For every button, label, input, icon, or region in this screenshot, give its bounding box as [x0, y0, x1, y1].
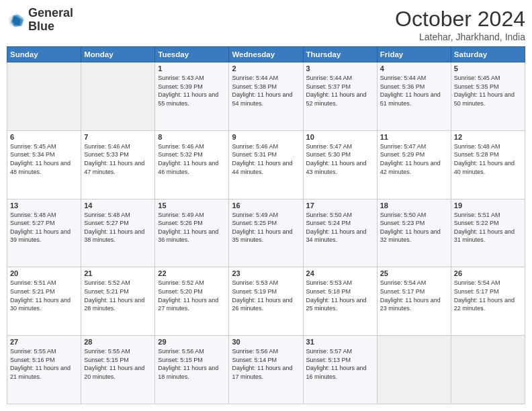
calendar-cell: 10Sunrise: 5:47 AM Sunset: 5:30 PM Dayli… [303, 130, 377, 199]
title-block: October 2024 Latehar, Jharkhand, India [395, 7, 525, 42]
day-number: 5 [454, 64, 522, 73]
calendar-cell: 19Sunrise: 5:51 AM Sunset: 5:22 PM Dayli… [451, 199, 525, 267]
calendar-cell: 23Sunrise: 5:53 AM Sunset: 5:19 PM Dayli… [229, 267, 303, 336]
day-number: 17 [306, 201, 374, 210]
day-number: 8 [158, 133, 226, 141]
calendar-cell: 25Sunrise: 5:54 AM Sunset: 5:17 PM Dayli… [377, 267, 451, 336]
calendar-cell: 13Sunrise: 5:48 AM Sunset: 5:27 PM Dayli… [7, 199, 81, 267]
calendar-week-row: 1Sunrise: 5:43 AM Sunset: 5:39 PM Daylig… [7, 62, 525, 131]
subtitle: Latehar, Jharkhand, India [395, 32, 525, 42]
day-detail: Sunrise: 5:57 AM Sunset: 5:13 PM Dayligh… [306, 347, 374, 381]
day-detail: Sunrise: 5:53 AM Sunset: 5:19 PM Dayligh… [232, 279, 300, 312]
day-detail: Sunrise: 5:46 AM Sunset: 5:31 PM Dayligh… [232, 142, 300, 176]
calendar-cell: 28Sunrise: 5:55 AM Sunset: 5:15 PM Dayli… [81, 336, 155, 404]
day-number: 25 [380, 269, 448, 277]
day-detail: Sunrise: 5:47 AM Sunset: 5:29 PM Dayligh… [380, 142, 448, 176]
day-detail: Sunrise: 5:52 AM Sunset: 5:21 PM Dayligh… [84, 279, 152, 312]
calendar-cell: 21Sunrise: 5:52 AM Sunset: 5:21 PM Dayli… [81, 267, 155, 336]
day-number: 18 [380, 201, 448, 210]
day-detail: Sunrise: 5:49 AM Sunset: 5:25 PM Dayligh… [232, 211, 300, 244]
calendar-cell: 26Sunrise: 5:54 AM Sunset: 5:17 PM Dayli… [451, 267, 525, 336]
calendar-week-row: 6Sunrise: 5:45 AM Sunset: 5:34 PM Daylig… [7, 130, 525, 199]
day-number: 9 [232, 133, 300, 141]
day-number: 7 [84, 133, 152, 141]
calendar-cell [7, 62, 81, 131]
day-detail: Sunrise: 5:51 AM Sunset: 5:21 PM Dayligh… [10, 279, 78, 312]
calendar-cell: 2Sunrise: 5:44 AM Sunset: 5:38 PM Daylig… [229, 62, 303, 131]
day-detail: Sunrise: 5:50 AM Sunset: 5:24 PM Dayligh… [306, 211, 374, 244]
day-detail: Sunrise: 5:56 AM Sunset: 5:15 PM Dayligh… [158, 347, 226, 381]
day-detail: Sunrise: 5:45 AM Sunset: 5:35 PM Dayligh… [454, 74, 522, 107]
calendar-cell: 17Sunrise: 5:50 AM Sunset: 5:24 PM Dayli… [303, 199, 377, 267]
calendar-cell: 24Sunrise: 5:53 AM Sunset: 5:18 PM Dayli… [303, 267, 377, 336]
calendar-cell: 31Sunrise: 5:57 AM Sunset: 5:13 PM Dayli… [303, 336, 377, 404]
logo-icon [7, 11, 26, 30]
day-number: 3 [306, 64, 374, 73]
day-detail: Sunrise: 5:49 AM Sunset: 5:26 PM Dayligh… [158, 211, 226, 244]
calendar-cell [451, 336, 525, 404]
logo-line2: Blue [28, 20, 73, 34]
day-detail: Sunrise: 5:45 AM Sunset: 5:34 PM Dayligh… [10, 142, 78, 176]
calendar-cell: 20Sunrise: 5:51 AM Sunset: 5:21 PM Dayli… [7, 267, 81, 336]
calendar-cell: 14Sunrise: 5:48 AM Sunset: 5:27 PM Dayli… [81, 199, 155, 267]
day-number: 16 [232, 201, 300, 210]
day-number: 12 [454, 133, 522, 141]
day-detail: Sunrise: 5:46 AM Sunset: 5:33 PM Dayligh… [84, 142, 152, 176]
day-number: 1 [158, 64, 226, 73]
calendar-week-row: 27Sunrise: 5:55 AM Sunset: 5:16 PM Dayli… [7, 336, 525, 404]
calendar-header-row: SundayMondayTuesdayWednesdayThursdayFrid… [7, 47, 525, 62]
calendar: SundayMondayTuesdayWednesdayThursdayFrid… [7, 46, 525, 404]
day-detail: Sunrise: 5:51 AM Sunset: 5:22 PM Dayligh… [454, 211, 522, 244]
calendar-cell: 4Sunrise: 5:44 AM Sunset: 5:36 PM Daylig… [377, 62, 451, 131]
calendar-cell: 15Sunrise: 5:49 AM Sunset: 5:26 PM Dayli… [155, 199, 229, 267]
day-of-week-header: Saturday [451, 47, 525, 62]
calendar-cell: 18Sunrise: 5:50 AM Sunset: 5:23 PM Dayli… [377, 199, 451, 267]
day-detail: Sunrise: 5:48 AM Sunset: 5:28 PM Dayligh… [454, 142, 522, 176]
day-of-week-header: Sunday [7, 47, 81, 62]
day-detail: Sunrise: 5:44 AM Sunset: 5:38 PM Dayligh… [232, 74, 300, 107]
day-detail: Sunrise: 5:43 AM Sunset: 5:39 PM Dayligh… [158, 74, 226, 107]
calendar-cell: 30Sunrise: 5:56 AM Sunset: 5:14 PM Dayli… [229, 336, 303, 404]
day-number: 13 [10, 201, 78, 210]
calendar-cell: 3Sunrise: 5:44 AM Sunset: 5:37 PM Daylig… [303, 62, 377, 131]
calendar-cell [81, 62, 155, 131]
day-detail: Sunrise: 5:55 AM Sunset: 5:16 PM Dayligh… [10, 347, 78, 381]
calendar-cell: 6Sunrise: 5:45 AM Sunset: 5:34 PM Daylig… [7, 130, 81, 199]
day-of-week-header: Thursday [303, 47, 377, 62]
day-number: 22 [158, 269, 226, 277]
day-detail: Sunrise: 5:48 AM Sunset: 5:27 PM Dayligh… [10, 211, 78, 244]
day-of-week-header: Friday [377, 47, 451, 62]
day-of-week-header: Monday [81, 47, 155, 62]
calendar-cell: 12Sunrise: 5:48 AM Sunset: 5:28 PM Dayli… [451, 130, 525, 199]
day-detail: Sunrise: 5:44 AM Sunset: 5:36 PM Dayligh… [380, 74, 448, 107]
day-number: 20 [10, 269, 78, 277]
day-of-week-header: Tuesday [155, 47, 229, 62]
day-number: 31 [306, 338, 374, 346]
day-detail: Sunrise: 5:52 AM Sunset: 5:20 PM Dayligh… [158, 279, 226, 312]
day-number: 15 [158, 201, 226, 210]
day-number: 14 [84, 201, 152, 210]
calendar-cell: 7Sunrise: 5:46 AM Sunset: 5:33 PM Daylig… [81, 130, 155, 199]
calendar-cell: 16Sunrise: 5:49 AM Sunset: 5:25 PM Dayli… [229, 199, 303, 267]
day-number: 26 [454, 269, 522, 277]
calendar-week-row: 13Sunrise: 5:48 AM Sunset: 5:27 PM Dayli… [7, 199, 525, 267]
calendar-cell: 5Sunrise: 5:45 AM Sunset: 5:35 PM Daylig… [451, 62, 525, 131]
logo: General Blue [7, 7, 73, 34]
day-detail: Sunrise: 5:53 AM Sunset: 5:18 PM Dayligh… [306, 279, 374, 312]
day-number: 2 [232, 64, 300, 73]
calendar-week-row: 20Sunrise: 5:51 AM Sunset: 5:21 PM Dayli… [7, 267, 525, 336]
day-number: 24 [306, 269, 374, 277]
day-number: 29 [158, 338, 226, 346]
calendar-cell: 1Sunrise: 5:43 AM Sunset: 5:39 PM Daylig… [155, 62, 229, 131]
day-number: 4 [380, 64, 448, 73]
day-detail: Sunrise: 5:47 AM Sunset: 5:30 PM Dayligh… [306, 142, 374, 176]
day-number: 10 [306, 133, 374, 141]
page: General Blue October 2024 Latehar, Jhark… [0, 0, 532, 411]
day-number: 11 [380, 133, 448, 141]
day-number: 27 [10, 338, 78, 346]
day-detail: Sunrise: 5:55 AM Sunset: 5:15 PM Dayligh… [84, 347, 152, 381]
day-detail: Sunrise: 5:50 AM Sunset: 5:23 PM Dayligh… [380, 211, 448, 244]
day-number: 30 [232, 338, 300, 346]
calendar-cell: 11Sunrise: 5:47 AM Sunset: 5:29 PM Dayli… [377, 130, 451, 199]
month-title: October 2024 [395, 7, 525, 32]
